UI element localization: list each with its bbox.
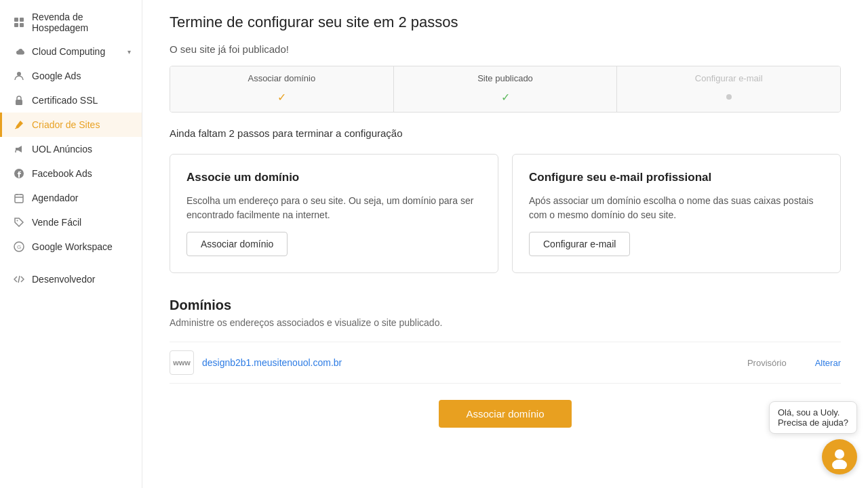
svg-rect-7 — [15, 195, 23, 203]
grid-icon — [13, 16, 25, 28]
card-domain-title: Associe um domínio — [186, 171, 481, 184]
chat-tooltip: Olá, sou a Uoly. Precisa de ajuda? — [769, 401, 857, 434]
calendar-icon — [13, 192, 25, 204]
tag-icon — [13, 216, 25, 228]
chat-widget: Olá, sou a Uoly. Precisa de ajuda? — [769, 401, 857, 474]
sidebar-item-agendador[interactable]: Agendador — [0, 186, 142, 210]
code-icon — [13, 273, 25, 285]
sidebar-item-google-ads[interactable]: Google Ads — [0, 64, 142, 88]
svg-rect-5 — [16, 100, 22, 105]
sidebar-label-facebook: Facebook Ads — [32, 168, 92, 179]
step-dot-pending — [721, 89, 737, 105]
card-domain-desc: Escolha um endereço para o seu site. Ou … — [186, 194, 481, 222]
svg-point-4 — [17, 72, 21, 76]
svg-rect-2 — [14, 23, 18, 27]
svg-point-13 — [835, 449, 844, 459]
brush-icon — [13, 119, 25, 131]
lock-icon — [13, 94, 25, 106]
sidebar-item-uol[interactable]: UOL Anúncios — [0, 137, 142, 161]
sidebar-label-google-ads: Google Ads — [32, 70, 81, 81]
sidebar-item-vende[interactable]: Vende Fácil — [0, 210, 142, 235]
step-associate-domain: Associar domínio ✓ — [170, 66, 394, 112]
sidebar-label-uol: UOL Anúncios — [32, 144, 92, 155]
sidebar-label-criador: Criador de Sites — [32, 119, 100, 130]
main-content: Termine de configurar seu site em 2 pass… — [142, 0, 868, 488]
site-published-message: O seu site já foi publicado! — [170, 43, 841, 55]
setup-cards: Associe um domínio Escolha um endereço p… — [170, 154, 841, 273]
bottom-associate-domain-button[interactable]: Associar domínio — [439, 400, 571, 428]
cloud-icon — [13, 45, 25, 58]
domain-icon: www — [170, 350, 194, 375]
svg-point-8 — [17, 220, 18, 222]
google-icon: G — [13, 241, 25, 253]
chevron-down-icon: ▾ — [127, 48, 131, 56]
page-title: Termine de configurar seu site em 2 pass… — [170, 14, 841, 31]
steps-remaining-msg: Ainda faltam 2 passos para terminar a co… — [170, 127, 841, 139]
sidebar-item-cloud[interactable]: Cloud Computing ▾ — [0, 39, 142, 64]
person-pin-icon — [13, 70, 25, 82]
sidebar-label-vende: Vende Fácil — [32, 217, 81, 228]
sidebar-label-agendador: Agendador — [32, 192, 79, 203]
step-site-published: Site publicado ✓ — [394, 66, 618, 112]
svg-line-11 — [18, 276, 20, 283]
step-label-associate: Associar domínio — [248, 73, 315, 83]
svg-rect-1 — [20, 18, 24, 22]
step-label-email: Configurar e-mail — [695, 73, 763, 83]
card-email-desc: Após associar um domínio escolha o nome … — [529, 194, 824, 222]
card-domain: Associe um domínio Escolha um endereço p… — [170, 154, 498, 273]
configure-email-button[interactable]: Configurar e-mail — [529, 232, 630, 256]
progress-steps: Associar domínio ✓ Site publicado ✓ Conf… — [170, 66, 841, 113]
domains-title: Domínios — [170, 298, 841, 313]
sidebar-item-revenda[interactable]: Revenda de Hospedagem — [0, 5, 142, 39]
domains-section: Domínios Administre os endereços associa… — [170, 298, 841, 428]
domain-status: Provisório — [747, 358, 787, 368]
sidebar-item-workspace[interactable]: G Google Workspace — [0, 235, 142, 259]
sidebar-label-ssl: Certificado SSL — [32, 95, 98, 106]
sidebar-item-ssl[interactable]: Certificado SSL — [0, 88, 142, 113]
sidebar-label-revenda: Revenda de Hospedagem — [32, 12, 131, 33]
domain-url[interactable]: designb2b1.meusitenouol.com.br — [202, 357, 739, 368]
step-check-orange: ✓ — [273, 89, 290, 105]
chat-avatar-button[interactable] — [822, 439, 857, 474]
facebook-icon — [13, 167, 25, 180]
associate-domain-button[interactable]: Associar domínio — [186, 232, 288, 256]
domain-action-link[interactable]: Alterar — [815, 358, 841, 368]
sidebar-item-criador[interactable]: Criador de Sites — [0, 113, 142, 137]
bottom-btn-wrap: Associar domínio — [170, 400, 841, 428]
sidebar: Revenda de Hospedagem Cloud Computing ▾ … — [0, 0, 142, 488]
sidebar-item-facebook[interactable]: Facebook Ads — [0, 161, 142, 186]
domain-row: www designb2b1.meusitenouol.com.br Provi… — [170, 342, 841, 384]
step-configure-email: Configurar e-mail — [617, 66, 840, 112]
step-label-published: Site publicado — [477, 73, 533, 83]
card-email-title: Configure seu e-mail profissional — [529, 171, 824, 184]
svg-text:G: G — [17, 244, 21, 250]
sidebar-label-dev: Desenvolvedor — [32, 274, 95, 285]
card-email: Configure seu e-mail profissional Após a… — [512, 154, 841, 273]
megaphone-icon — [13, 143, 25, 155]
sidebar-label-workspace: Google Workspace — [32, 241, 113, 252]
sidebar-label-cloud: Cloud Computing — [32, 46, 105, 57]
svg-rect-0 — [14, 18, 18, 22]
domains-desc: Administre os endereços associados e vis… — [170, 317, 841, 328]
step-check-green: ✓ — [497, 89, 513, 105]
svg-rect-3 — [20, 23, 24, 27]
sidebar-item-dev[interactable]: Desenvolvedor — [0, 267, 142, 291]
